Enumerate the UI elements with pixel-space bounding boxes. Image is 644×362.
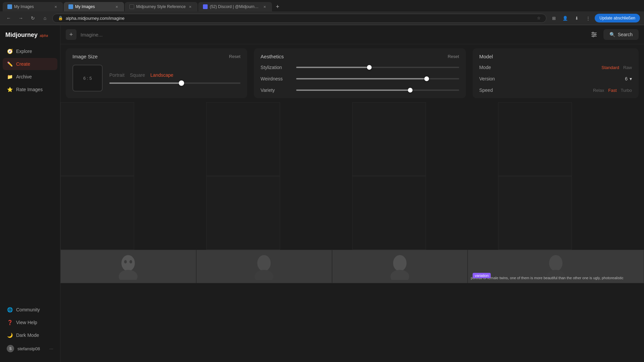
nav-items: 🧭 Explore ✏️ Create 📁 Archive ⭐ Rate Ima…: [0, 45, 60, 301]
stylization-thumb[interactable]: [367, 65, 372, 70]
size-slider-thumb[interactable]: [179, 80, 184, 86]
star-icon[interactable]: ☆: [537, 16, 541, 20]
logo-text: Midjourney: [5, 32, 38, 38]
filter-button[interactable]: [589, 29, 599, 40]
avatar: S: [7, 345, 14, 352]
add-button[interactable]: +: [66, 29, 76, 40]
forward-button[interactable]: →: [16, 13, 25, 23]
grid-cell-5: [60, 176, 134, 250]
speed-fast[interactable]: Fast: [608, 88, 616, 93]
image-size-reset[interactable]: Reset: [229, 54, 240, 59]
grid-cell-3: [352, 102, 426, 176]
bottom-cell-2[interactable]: [196, 250, 332, 283]
sidebar-item-dark-mode[interactable]: 🌙 Dark Mode: [3, 329, 57, 341]
size-option-portrait[interactable]: Portrait: [109, 72, 124, 78]
svg-point-11: [255, 270, 273, 280]
tab-favicon-3: [129, 4, 134, 9]
weirdness-slider[interactable]: [296, 78, 459, 79]
size-options: Portrait Square Landscape: [109, 72, 240, 78]
sidebar-item-label-explore: Explore: [16, 49, 32, 54]
address-text: alpha.midjourney.com/imagine: [66, 16, 534, 21]
tab-close-4[interactable]: ✕: [262, 4, 267, 9]
main-content: + 🔍 Search Imag: [60, 25, 644, 362]
settings-btn[interactable]: ⋮: [583, 13, 593, 23]
svg-point-13: [390, 270, 409, 280]
sidebar-item-view-help[interactable]: ❓ View Help: [3, 316, 57, 328]
tab-2[interactable]: My Images ✕: [64, 2, 124, 11]
stylization-slider[interactable]: [296, 67, 459, 68]
imagine-input[interactable]: [80, 32, 585, 38]
speed-turbo[interactable]: Turbo: [621, 88, 632, 93]
weirdness-thumb[interactable]: [424, 76, 429, 81]
tab-close-3[interactable]: ✕: [187, 4, 193, 9]
stylization-label: Stylization: [261, 65, 291, 70]
back-button[interactable]: ←: [4, 13, 13, 23]
sidebar-item-rate-images[interactable]: ⭐ Rate Images: [3, 83, 57, 96]
logo-alpha: alpha: [40, 34, 48, 38]
search-button[interactable]: 🔍 Search: [603, 29, 639, 40]
user-item[interactable]: S stefanstp08 ···: [3, 342, 57, 355]
tab-3[interactable]: Midjourney Style Reference ✕: [125, 2, 198, 11]
tab-title-1: My Images: [14, 4, 51, 9]
profile-btn[interactable]: 👤: [560, 13, 570, 23]
user-more-icon[interactable]: ···: [49, 346, 53, 351]
weirdness-fill: [296, 78, 427, 79]
sidebar-item-community[interactable]: 🌐 Community: [3, 304, 57, 316]
tab-1[interactable]: My Images ✕: [3, 2, 63, 11]
size-option-square[interactable]: Square: [130, 72, 145, 78]
new-tab-button[interactable]: +: [273, 2, 282, 11]
bottom-cell-4[interactable]: variation portrait of female twins, one …: [468, 250, 644, 283]
help-icon: ❓: [7, 319, 13, 325]
mode-options: Standard Raw: [601, 65, 632, 70]
mode-raw[interactable]: Raw: [623, 65, 632, 70]
sidebar-item-archive[interactable]: 📁 Archive: [3, 71, 57, 83]
mode-row: Mode Standard Raw: [479, 65, 632, 70]
svg-point-4: [594, 34, 596, 35]
reload-button[interactable]: ↻: [28, 13, 38, 23]
panel-gap-1: [250, 48, 254, 98]
version-row: Version 6 ▾: [479, 76, 632, 81]
speed-label: Speed: [479, 87, 493, 93]
grid-cell-7: [352, 176, 426, 250]
bottom-cell-3[interactable]: [332, 250, 468, 283]
image-size-header: Image Size Reset: [72, 54, 240, 59]
variation-overlay: variation portrait of female twins, one …: [471, 276, 641, 280]
tab-close-2[interactable]: ✕: [114, 4, 119, 9]
svg-point-5: [593, 36, 594, 37]
tab-close-1[interactable]: ✕: [53, 4, 58, 9]
aesthetics-reset[interactable]: Reset: [448, 54, 459, 59]
sidebar-item-create[interactable]: ✏️ Create: [3, 58, 57, 70]
sidebar-item-explore[interactable]: 🧭 Explore: [3, 45, 57, 57]
image-grid-top: [60, 102, 644, 176]
bottom-cell-1[interactable]: [60, 250, 196, 283]
size-preview: 6 : 5: [72, 65, 103, 92]
tab-4[interactable]: (52) Discord | @Midjourney Bot ✕: [198, 2, 272, 11]
variety-thumb[interactable]: [408, 88, 413, 93]
grid-cell-2: [206, 102, 280, 176]
speed-relax[interactable]: Relax: [593, 88, 604, 93]
extensions-btn[interactable]: ⊞: [549, 13, 558, 23]
home-button[interactable]: ⌂: [40, 13, 50, 23]
update-button[interactable]: Update abschließen: [595, 14, 640, 22]
mode-label: Mode: [479, 65, 491, 70]
variety-slider[interactable]: [296, 89, 459, 91]
sidebar-item-label-create: Create: [16, 61, 30, 67]
image-size-panel: Image Size Reset 6 : 5 Portrait Square L…: [66, 48, 247, 98]
svg-point-6: [121, 255, 135, 271]
image-grid-middle: [60, 176, 644, 250]
size-option-landscape[interactable]: Landscape: [150, 72, 173, 78]
size-slider-fill: [109, 82, 181, 84]
search-label: Search: [618, 32, 633, 37]
tab-title-4: (52) Discord | @Midjourney Bot: [210, 4, 260, 9]
version-select[interactable]: 6 ▾: [625, 76, 632, 81]
mode-standard[interactable]: Standard: [601, 65, 619, 70]
face-3: [332, 250, 468, 283]
downloads-btn[interactable]: ⬇: [572, 13, 581, 23]
weirdness-label: Weirdness: [261, 76, 291, 81]
sidebar-item-label-archive: Archive: [16, 74, 32, 79]
lock-icon: 🔒: [58, 16, 63, 20]
nav-bar: ← → ↻ ⌂ 🔒 alpha.midjourney.com/imagine ☆…: [0, 11, 644, 25]
address-bar[interactable]: 🔒 alpha.midjourney.com/imagine ☆: [52, 14, 546, 23]
variety-fill: [296, 89, 410, 91]
tab-bar: My Images ✕ My Images ✕ Midjourney Style…: [0, 0, 644, 11]
